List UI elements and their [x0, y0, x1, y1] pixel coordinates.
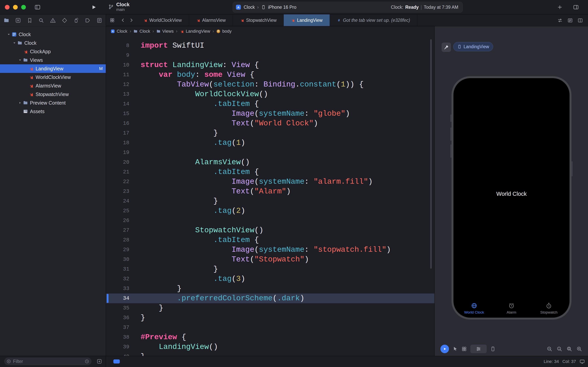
navigator-tests-button[interactable]	[62, 17, 67, 23]
navigator-breakpoints-button[interactable]	[85, 17, 91, 23]
navigator-issues-button[interactable]	[50, 17, 56, 23]
filter-input[interactable]	[13, 359, 83, 364]
code-line-33[interactable]: 33 }	[106, 284, 434, 293]
back-button[interactable]	[121, 18, 126, 23]
activity-viewer[interactable]: A Clock › iPhone 16 Pro Clock: Ready | T…	[233, 2, 463, 13]
navigator-bookmarks-button[interactable]	[27, 17, 33, 23]
add-file-button[interactable]	[96, 359, 102, 364]
tree-item-preview-content[interactable]: Preview Content	[0, 99, 106, 107]
line-number[interactable]: 14	[106, 99, 129, 109]
tree-item-stopwatchview[interactable]: StopwatchView	[0, 90, 106, 99]
line-number[interactable]: 30	[106, 255, 129, 264]
tree-item-worldclockview[interactable]: WorldClockView	[0, 73, 106, 82]
code-line-16[interactable]: 16 Text("World Clock")	[106, 119, 434, 128]
phone-tab-alarm[interactable]: Alarm	[493, 302, 530, 315]
device-settings-button[interactable]	[470, 345, 487, 353]
line-number[interactable]: 27	[106, 225, 129, 235]
chevron-down-icon[interactable]	[6, 33, 12, 36]
scheme-info[interactable]: Clock main	[108, 2, 129, 12]
tree-item-views[interactable]: Views	[0, 56, 106, 64]
editor-tab[interactable]: #Got the tab view set up. (e328fec)	[330, 14, 417, 26]
code-line-39[interactable]: 39 LandingView()	[106, 342, 434, 352]
active-editor-indicator[interactable]	[113, 359, 120, 364]
line-number[interactable]: 8	[106, 41, 129, 50]
chevron-right-icon[interactable]	[17, 101, 23, 105]
navigator-toggle-button[interactable]	[34, 4, 41, 10]
run-destination[interactable]: A Clock › iPhone 16 Pro	[233, 4, 296, 10]
line-number[interactable]: 37	[106, 323, 129, 332]
library-button[interactable]	[557, 4, 563, 10]
code-line-24[interactable]: 24 }	[106, 196, 434, 206]
line-number[interactable]: 11	[106, 70, 129, 80]
recents-icon[interactable]	[84, 359, 89, 364]
code-line-37[interactable]: 37	[106, 323, 434, 332]
code-line-38[interactable]: 38#Preview {	[106, 332, 434, 342]
code-line-35[interactable]: 35 }	[106, 303, 434, 313]
line-number[interactable]: 12	[106, 80, 129, 89]
code-line-9[interactable]: 9	[106, 50, 434, 60]
line-number[interactable]: 31	[106, 264, 129, 274]
editor-tab[interactable]: StopwatchView	[233, 14, 284, 26]
run-button[interactable]	[91, 4, 97, 10]
code-line-23[interactable]: 23 Text("Alarm")	[106, 187, 434, 196]
line-number[interactable]: 35	[106, 303, 129, 313]
tree-item-landingview[interactable]: LandingViewM	[0, 64, 106, 73]
editor-scrollbar[interactable]	[430, 39, 432, 269]
code-line-36[interactable]: 36}	[106, 313, 434, 323]
line-number[interactable]: 9	[106, 50, 129, 60]
line-number[interactable]: 10	[106, 60, 129, 70]
line-number[interactable]: 38	[106, 332, 129, 342]
code-line-29[interactable]: 29 Image(systemName: "stopwatch.fill")	[106, 245, 434, 255]
code-line-17[interactable]: 17 }	[106, 128, 434, 138]
line-number[interactable]: 25	[106, 206, 129, 216]
code-line-22[interactable]: 22 Image(systemName: "alarm.fill")	[106, 177, 434, 187]
line-number[interactable]: 19	[106, 148, 129, 158]
phone-tab-world-clock[interactable]: World Clock	[455, 302, 493, 315]
phone-tab-stopwatch[interactable]: Stopwatch	[530, 302, 568, 315]
line-number[interactable]: 40	[106, 352, 129, 356]
line-number[interactable]: 33	[106, 284, 129, 293]
fullscreen-button[interactable]	[21, 5, 26, 9]
tree-item-assets[interactable]: Assets	[0, 107, 106, 116]
code-line-13[interactable]: 13 WorldClockView()	[106, 89, 434, 99]
close-button[interactable]	[5, 5, 9, 9]
editor-options-button[interactable]	[567, 18, 573, 23]
code-line-8[interactable]: 8import SwiftUI	[106, 41, 434, 50]
source-editor[interactable]: 8import SwiftUI910struct LandingView: Vi…	[106, 36, 434, 356]
line-number[interactable]: 24	[106, 196, 129, 206]
code-line-15[interactable]: 15 Image(systemName: "globe")	[106, 109, 434, 119]
breadcrumb-item[interactable]: Clock	[133, 29, 150, 34]
tree-item-clock[interactable]: Clock	[0, 39, 106, 47]
navigator-find-button[interactable]	[38, 17, 44, 23]
code-line-31[interactable]: 31 }	[106, 264, 434, 274]
code-line-30[interactable]: 30 Text("Stopwatch")	[106, 255, 434, 264]
code-line-34[interactable]: 34 .preferredColorScheme(.dark)	[106, 293, 434, 303]
line-number[interactable]: 34	[106, 293, 129, 303]
line-number[interactable]: 15	[106, 109, 129, 119]
related-items-button[interactable]	[557, 18, 563, 23]
line-number[interactable]: 16	[106, 119, 129, 128]
tree-item-alarmsview[interactable]: AlarmsView	[0, 82, 106, 90]
code-line-19[interactable]: 19	[106, 148, 434, 158]
navigator-reports-button[interactable]	[96, 17, 102, 23]
breadcrumb-item[interactable]: AClock	[111, 29, 127, 34]
line-number[interactable]: 22	[106, 177, 129, 187]
filter-field[interactable]	[4, 358, 91, 365]
code-line-20[interactable]: 20 AlarmsView()	[106, 158, 434, 167]
breadcrumb-item[interactable]: Views	[156, 29, 174, 34]
code-line-32[interactable]: 32 .tag(3)	[106, 274, 434, 284]
tree-item-clockapp[interactable]: ClockApp	[0, 47, 106, 56]
line-number[interactable]: 17	[106, 128, 129, 138]
line-number[interactable]: 36	[106, 313, 129, 323]
editor-layout-button[interactable]	[573, 4, 579, 10]
chevron-down-icon[interactable]	[17, 58, 23, 62]
zoom-to-fit-button[interactable]	[566, 346, 572, 352]
code-line-28[interactable]: 28 .tabItem {	[106, 235, 434, 245]
breadcrumb-item[interactable]: LandingView	[180, 29, 210, 34]
line-number[interactable]: 23	[106, 187, 129, 196]
tab-overview-button[interactable]	[110, 18, 115, 23]
variants-button[interactable]	[462, 346, 467, 352]
code-line-40[interactable]: 40}	[106, 352, 434, 356]
code-line-18[interactable]: 18 .tag(1)	[106, 138, 434, 148]
line-number[interactable]: 18	[106, 138, 129, 148]
